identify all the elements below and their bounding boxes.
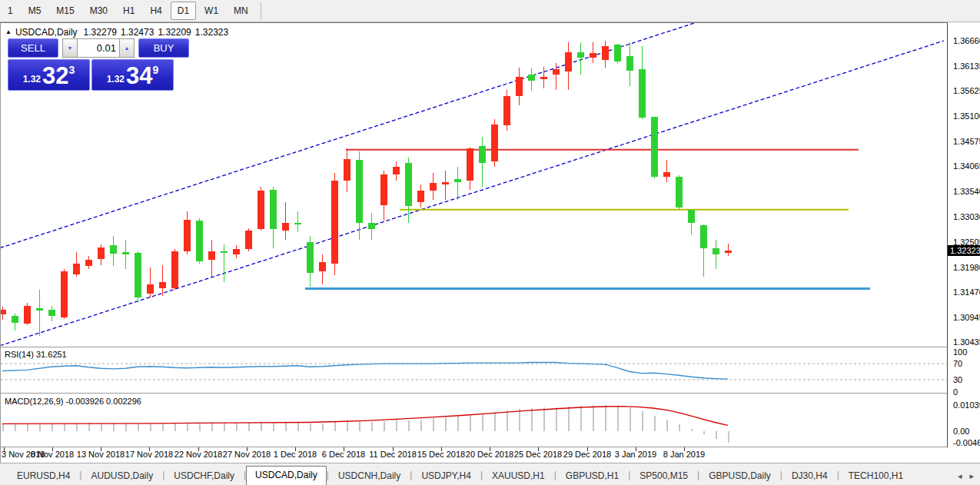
sell-button[interactable]: SELL — [8, 38, 58, 58]
macd-signal-value: 0.002296 — [106, 397, 141, 406]
chart-tab-sp500[interactable]: SP500,M15 — [630, 467, 697, 485]
chart-tab-xauusd[interactable]: XAUUSD,H1 — [483, 467, 554, 485]
rsi-axis-label: 30 — [953, 375, 962, 384]
rsi-name: RSI(14) — [5, 350, 34, 359]
price-axis-label: 1.34575 — [953, 137, 980, 146]
chart-tab-gbpusd[interactable]: GBPUSD,H1 — [556, 467, 628, 485]
ask-price-prefix: 1.32 — [107, 74, 125, 85]
macd-axis-label: 0.00 — [953, 427, 969, 436]
macd-indicator-label: MACD(12,26,9) -0.003926 0.002296 — [5, 397, 141, 406]
chart-tab-usdcad[interactable]: USDCAD,Daily — [246, 466, 327, 485]
volume-stepper: ▼ ▲ — [62, 38, 135, 58]
price-axis-label: 1.30435 — [953, 337, 980, 347]
collapse-panel-icon[interactable]: ▲ — [5, 28, 12, 35]
rsi-axis-label: 100 — [953, 347, 967, 357]
bid-price-pip: 3 — [69, 64, 75, 76]
timeframe-button-h4[interactable]: H4 — [143, 2, 168, 20]
ohlc-open: 1.32279 — [84, 27, 117, 38]
date-axis-label: 29 Dec 2018 — [563, 450, 611, 459]
date-axis-label: 15 Dec 2018 — [417, 450, 465, 459]
timeframe-button-m30[interactable]: M30 — [83, 2, 115, 20]
timeframe-button-w1[interactable]: W1 — [198, 2, 225, 20]
date-axis-label: 25 Dec 2018 — [514, 450, 562, 459]
date-axis-label: 1 Dec 2018 — [274, 450, 317, 459]
ohlc-high: 1.32473 — [121, 27, 154, 38]
price-axis[interactable]: 1.32323 1.366601.361351.356251.351001.34… — [948, 22, 980, 463]
price-axis-label: 1.35625 — [953, 86, 980, 95]
toolbar-separator — [261, 2, 261, 19]
price-axis-label: 1.31470 — [953, 287, 980, 297]
macd-axis-label: 0.010397 — [953, 400, 980, 410]
chart-tab-usdcnh[interactable]: USDCNH,Daily — [329, 467, 410, 485]
chart-tab-eurusd[interactable]: EURUSD,H4 — [8, 467, 79, 485]
date-axis-label: 22 Nov 2018 — [174, 450, 222, 459]
price-axis-label: 1.34065 — [953, 161, 980, 171]
volume-increment-button[interactable]: ▲ — [119, 38, 135, 58]
timeframe-button-d1[interactable]: D1 — [171, 2, 196, 20]
price-axis-label: 1.31980 — [953, 263, 980, 272]
timeframe-button-h1[interactable]: H1 — [116, 2, 141, 20]
chart-tab-audusd[interactable]: AUDUSD,Daily — [81, 467, 162, 485]
tab-scroll-nav: ◂ ▸ — [958, 472, 974, 480]
tabs-scroll-right-icon[interactable]: ▸ — [969, 472, 974, 480]
chart-title: ▲ USDCAD,Daily 1.32279 1.32473 1.32209 1… — [5, 27, 228, 38]
rsi-axis-label: 0 — [953, 387, 958, 397]
timeframe-button-m15[interactable]: M15 — [49, 2, 81, 20]
date-axis-label: 6 Dec 2018 — [322, 450, 365, 459]
bid-price-prefix: 1.32 — [23, 74, 41, 85]
ohlc-close: 1.32323 — [195, 27, 228, 38]
volume-decrement-button[interactable]: ▼ — [62, 38, 78, 58]
timeframe-toolbar: 1M5M15M30H1H4D1W1MN — [0, 0, 980, 22]
chart-tabs-bar: EURUSD,H4|AUDUSD,Daily|USDCHF,Daily|USDC… — [0, 463, 980, 485]
rsi-axis-label: 70 — [953, 359, 962, 368]
buy-button[interactable]: BUY — [138, 38, 189, 58]
one-click-trade-panel: SELL ▼ ▲ BUY 1.32 32 3 1.32 34 9 — [8, 38, 174, 91]
date-axis-label: 8 Jan 2019 — [663, 450, 705, 459]
tabs-scroll-left-icon[interactable]: ◂ — [958, 472, 962, 480]
chart-tab-usdjpy[interactable]: USDJPY,H4 — [412, 467, 480, 485]
ask-price-pip: 9 — [153, 64, 159, 76]
price-axis-label: 1.36135 — [953, 61, 980, 71]
rsi-indicator-label: RSI(14) 31.6251 — [5, 350, 67, 359]
price-axis-label: 1.36660 — [953, 36, 980, 45]
bid-price-button[interactable]: 1.32 32 3 — [8, 59, 90, 91]
date-axis-label: 3 Jan 2019 — [615, 450, 656, 459]
chart-tab-tech100[interactable]: TECH100,H1 — [839, 467, 912, 485]
price-axis-label: 1.33540 — [953, 187, 980, 196]
macd-axis-label: -0.004608 — [953, 438, 980, 447]
timeframe-button-mn[interactable]: MN — [227, 2, 255, 20]
date-axis-label: 27 Nov 2018 — [223, 450, 271, 459]
chart-tab-dj30[interactable]: DJ30,H4 — [782, 467, 837, 485]
macd-name: MACD(12,26,9) — [5, 397, 63, 406]
chart-symbol-period: USDCAD,Daily — [15, 27, 78, 38]
mt4-window: 1M5M15M30H1H4D1W1MN ▲ USDCAD,Daily 1.322… — [0, 0, 980, 485]
macd-main-value: -0.003926 — [65, 397, 104, 406]
current-price-tag: 1.32323 — [948, 245, 980, 256]
ask-price-button[interactable]: 1.32 34 9 — [91, 59, 174, 91]
rsi-value: 31.6251 — [36, 350, 67, 359]
date-axis-label: 11 Dec 2018 — [369, 450, 417, 459]
timeframe-button-1[interactable]: 1 — [1, 2, 20, 20]
ohlc-low: 1.32209 — [158, 27, 191, 38]
chart-tab-gbpusd[interactable]: GBPUSD,Daily — [699, 467, 780, 485]
price-axis-label: 1.30945 — [953, 313, 980, 322]
price-axis-label: 1.35100 — [953, 111, 980, 121]
date-axis-label: 8 Nov 2018 — [31, 450, 74, 459]
chart-tabs: EURUSD,H4|AUDUSD,Daily|USDCHF,Daily|USDC… — [0, 466, 912, 485]
date-axis-label: 17 Nov 2018 — [125, 450, 173, 459]
ask-price-main: 34 — [126, 63, 152, 89]
chart-tab-usdchf[interactable]: USDCHF,Daily — [164, 467, 244, 485]
timeframe-button-m5[interactable]: M5 — [22, 2, 48, 20]
price-axis-label: 1.33030 — [953, 212, 980, 221]
bid-price-main: 32 — [42, 63, 68, 89]
volume-input[interactable] — [78, 38, 119, 58]
date-axis-label: 20 Dec 2018 — [466, 450, 513, 459]
date-axis-label: 13 Nov 2018 — [77, 450, 125, 459]
